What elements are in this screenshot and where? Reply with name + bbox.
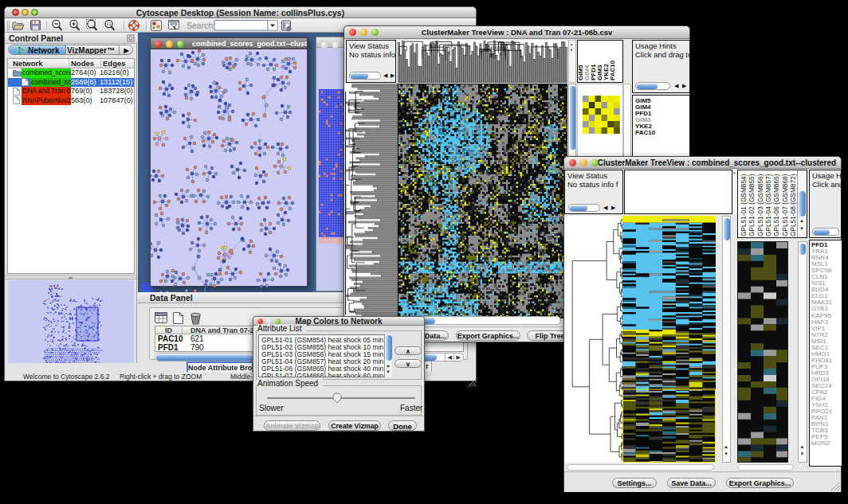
svg-text:1:1: 1:1 — [106, 22, 112, 26]
svg-text:Search:: Search: — [186, 21, 215, 30]
svg-text:B: B — [288, 27, 290, 31]
